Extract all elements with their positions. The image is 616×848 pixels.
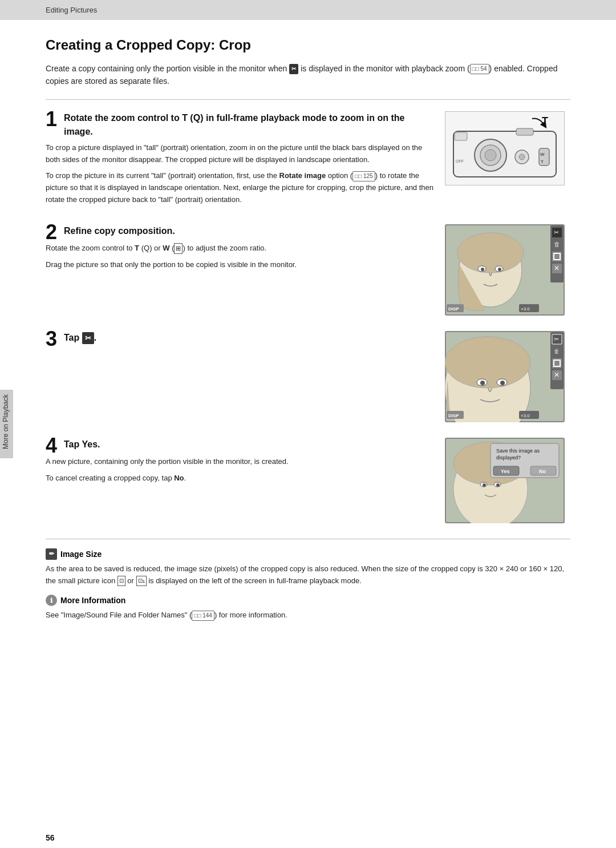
intro-text-1: Create a copy containing only the portio…	[46, 64, 287, 73]
page-number: 56	[46, 833, 55, 842]
page: Editing Pictures More on Playback Creati…	[0, 0, 616, 848]
step-3: 3 Tap ✂.	[46, 331, 570, 424]
svg-text:✕: ✕	[554, 264, 560, 272]
step-4-body-p2: To cancel creating a cropped copy, tap N…	[46, 473, 433, 484]
svg-text:×3.0: ×3.0	[521, 413, 530, 418]
step-1-left: 1 Rotate the zoom control to T (Q) in fu…	[46, 111, 445, 211]
svg-text:✂: ✂	[554, 336, 559, 342]
step-2-monitor-svg: DISP ×3.0 ✂ 🗑 ✕	[445, 224, 565, 316]
step-3-illustration: DISP ×3.0 ✂ 🗑 ✕	[445, 331, 570, 424]
camera-diagram: T	[445, 111, 565, 185]
step-2-header: 2 Refine copy composition.	[46, 224, 433, 243]
svg-point-4	[485, 150, 496, 161]
svg-point-16	[457, 233, 524, 273]
intro-text-2: is displayed in the monitor with playbac…	[301, 64, 469, 73]
step-3-left: 3 Tap ✂.	[46, 331, 445, 424]
step-1-number: 1	[46, 109, 57, 130]
step-2-title: Refine copy composition.	[64, 224, 175, 238]
svg-text:Yes: Yes	[501, 469, 510, 474]
svg-point-12	[519, 154, 525, 160]
more-info-label: More Information	[60, 596, 125, 605]
svg-text:🗑: 🗑	[554, 348, 560, 354]
step-4-title: Tap Yes.	[64, 438, 100, 451]
svg-rect-5	[516, 128, 533, 135]
header-strip: Editing Pictures	[0, 0, 616, 20]
divider	[46, 99, 570, 100]
tap-icon-step3: ✂	[82, 332, 94, 345]
sidebar-tab: More on Playback	[0, 390, 13, 458]
step-2: 2 Refine copy composition. Rotate the zo…	[46, 224, 570, 317]
footer: 56	[0, 827, 616, 848]
page-title: Creating a Cropped Copy: Crop	[46, 37, 570, 53]
pencil-icon: ✏	[46, 548, 57, 560]
svg-point-37	[445, 337, 530, 388]
svg-rect-9	[455, 132, 467, 140]
svg-text:T: T	[541, 159, 544, 164]
svg-point-20	[498, 268, 501, 271]
image-size-note-text: As the area to be saved is reduced, the …	[46, 563, 570, 587]
step-2-illustration: DISP ×3.0 ✂ 🗑 ✕	[445, 224, 570, 317]
sidebar-label: More on Playback	[2, 394, 10, 449]
step-3-monitor-svg: DISP ×3.0 ✂ 🗑 ✕	[445, 331, 565, 422]
svg-text:No: No	[539, 469, 546, 474]
svg-text:displayed?: displayed?	[496, 455, 521, 461]
svg-text:✂: ✂	[554, 229, 559, 236]
ref-icon: □□	[472, 66, 479, 72]
step-4-body: A new picture, containing only the porti…	[46, 456, 433, 484]
svg-text:🗑: 🗑	[554, 241, 560, 248]
info-icon: ℹ	[46, 595, 57, 606]
svg-text:OFF: OFF	[456, 159, 464, 163]
svg-text:×3.0: ×3.0	[521, 306, 530, 312]
intro-paragraph: Create a copy containing only the portio…	[46, 62, 570, 88]
step-3-header: 3 Tap ✂.	[46, 331, 433, 349]
camera-svg: T	[448, 114, 562, 183]
step-1-title: Rotate the zoom control to T (Q) in full…	[64, 111, 433, 139]
ref-144: □□ 144	[192, 611, 214, 621]
svg-text:Save this image as: Save this image as	[496, 448, 540, 454]
step-2-left: 2 Refine copy composition. Rotate the zo…	[46, 224, 445, 317]
svg-point-40	[480, 381, 485, 385]
step-1: 1 Rotate the zoom control to T (Q) in fu…	[46, 111, 570, 211]
step-4-monitor-svg: Save this image as displayed? Yes No	[445, 438, 565, 523]
crop-icon-inline: ✂	[289, 64, 298, 74]
step-2-number: 2	[46, 222, 57, 243]
svg-text:W: W	[540, 152, 545, 157]
step-4-left: 4 Tap Yes. A new picture, containing onl…	[46, 438, 445, 525]
step-1-body: To crop a picture displayed in "tall" (p…	[46, 142, 433, 206]
step-1-title-block: Rotate the zoom control to T (Q) in full…	[64, 111, 433, 142]
svg-point-41	[500, 381, 505, 385]
step-3-title: Tap ✂.	[64, 331, 96, 345]
step-4: 4 Tap Yes. A new picture, containing onl…	[46, 438, 570, 525]
step-2-body: Rotate the zoom control to T (Q) or W (⊞…	[46, 243, 433, 271]
more-info-note-title: ℹ More Information	[46, 595, 570, 606]
svg-text:DISP: DISP	[448, 413, 459, 418]
svg-point-61	[483, 483, 486, 487]
image-size-label: Image Size	[60, 550, 102, 559]
svg-point-19	[481, 268, 484, 271]
intro-ref: □□ 54	[470, 64, 489, 74]
step-3-number: 3	[46, 329, 57, 349]
image-size-note-title: ✏ Image Size	[46, 548, 570, 560]
step-1-header: 1 Rotate the zoom control to T (Q) in fu…	[46, 111, 433, 142]
main-content: Creating a Cropped Copy: Crop Create a c…	[0, 20, 616, 827]
ref-125: □□ 125	[352, 171, 375, 181]
step-1-illustration: T	[445, 111, 570, 211]
step-2-body-p1: Rotate the zoom control to T (Q) or W (⊞…	[46, 243, 433, 255]
step-2-body-p2: Drag the picture so that only the portio…	[46, 259, 433, 271]
step-4-illustration: Save this image as displayed? Yes No	[445, 438, 570, 525]
svg-text:DISP: DISP	[448, 306, 459, 312]
step-1-body-p1: To crop a picture displayed in "tall" (p…	[46, 142, 433, 166]
step-4-title-block: Tap Yes.	[64, 438, 100, 455]
svg-point-62	[496, 483, 500, 487]
step-4-header: 4 Tap Yes.	[46, 438, 433, 456]
svg-text:✕: ✕	[554, 371, 560, 379]
more-info-note-text: See "Image/Sound File and Folder Names" …	[46, 609, 570, 621]
step-1-body-p2: To crop the picture in its current "tall…	[46, 170, 433, 205]
step-4-body-p1: A new picture, containing only the porti…	[46, 456, 433, 468]
notes-section: ✏ Image Size As the area to be saved is …	[46, 539, 570, 621]
step-4-number: 4	[46, 435, 57, 456]
breadcrumb: Editing Pictures	[46, 6, 97, 14]
